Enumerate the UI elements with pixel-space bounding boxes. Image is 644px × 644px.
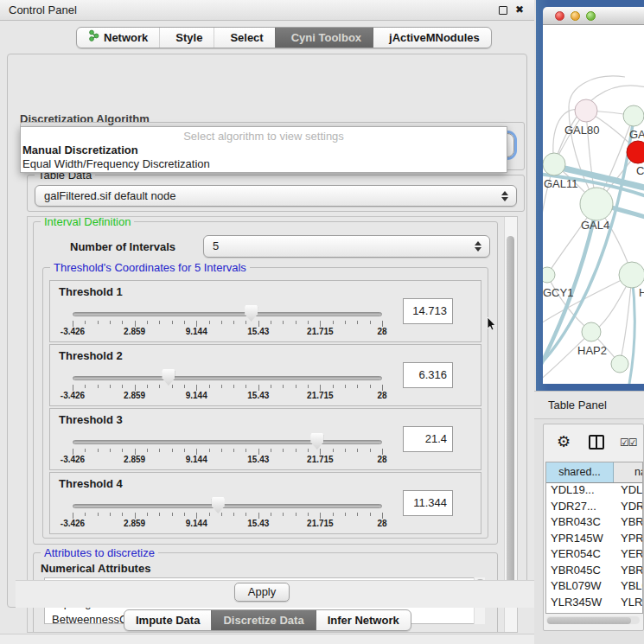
scrollbar-thumb[interactable] [507,236,514,608]
tab[interactable]: Cyni Toolbox [275,28,373,48]
slider-handle[interactable] [162,369,175,386]
tab[interactable]: Impute Data [124,610,211,630]
gear-icon[interactable]: ⚙ [557,432,571,451]
minimize-traffic-light-icon[interactable] [571,11,580,21]
threshold-row: Threshold 1 -3.4262.8599.14415.4321.7152… [49,280,481,342]
control-panel-tabs: Network Style Select Cyni Toolbox jActiv… [76,27,492,48]
table-rows: YDL19... YDL1 YDR27... YDR2 YBR043C YBR0… [546,483,642,614]
close-traffic-light-icon[interactable] [555,11,564,21]
node-label-hap2: HAP2 [577,344,607,357]
network-canvas[interactable]: GAL80 GA C GAL11 GAL4 GCY1 H HAP2 [543,25,644,384]
threshold-row: Threshold 4 -3.4262.8599.14415.4321.7152… [49,472,481,534]
slider-ticks [73,385,382,391]
control-panel: Control Panel ✖ Network Style Select Cyn… [0,0,534,644]
thresholds-list: Threshold 1 -3.4262.8599.14415.4321.7152… [49,280,481,536]
network-window-titlebar [543,7,644,25]
node-label-gal80: GAL80 [564,124,599,137]
control-panel-titlebar: Control Panel ✖ [0,0,534,21]
slider-track[interactable] [73,504,382,508]
dropdown-option-manual[interactable]: Manual Discretization [21,143,507,157]
combo-arrows-icon [475,241,481,252]
numerical-attributes-label: Numerical Attributes [41,562,150,575]
dropdown-hint: Select algorithm to view settings [21,127,507,143]
tab[interactable]: Infer Network [316,610,411,630]
node-label-gal4: GAL4 [581,219,609,232]
thresholds-group-title: Threshold's Coordinates for 5 Intervals [50,261,250,274]
vertical-scrollbar[interactable] [504,217,517,632]
zoom-traffic-light-icon[interactable] [586,11,596,21]
interval-definition-group: Interval Definition Number of Intervals … [33,221,498,545]
table-row[interactable]: YPR145W YPR1 [546,532,642,548]
num-intervals-combobox[interactable]: 5 [203,235,490,258]
slider-ticks [73,513,382,519]
slider-handle[interactable] [245,305,258,322]
slider-track[interactable] [73,312,382,316]
table-row[interactable]: YDL19... YDL1 [546,483,642,500]
tab[interactable]: Network [77,28,159,48]
threshold-value-field[interactable]: 21.4 [403,426,453,452]
panel-title: Control Panel [9,3,77,16]
slider-ticks [73,449,382,455]
slider-tick-labels: -3.4262.8599.14415.4321.71528 [73,391,382,402]
threshold-value-field[interactable]: 6.316 [403,362,453,388]
node-label-gcy1: GCY1 [543,286,573,299]
threshold-row: Threshold 2 -3.4262.8599.14415.4321.7152… [49,344,481,406]
apply-button[interactable]: Apply [234,583,290,602]
attributes-group-title: Attributes to discretize [41,546,158,559]
scrollbar-thumb[interactable] [547,617,631,624]
algorithm-dropdown-popup: Select algorithm to view settings Manual… [20,126,507,173]
table-row[interactable]: YER054C YER0 [546,547,642,564]
table-row[interactable]: YIL052C YIL0 [546,611,642,614]
table-data-combobox[interactable]: galFiltered.sif default node [35,185,517,207]
interval-definition-title: Interval Definition [41,216,134,228]
column-header-shared-name[interactable]: shared... [546,462,614,482]
float-window-icon[interactable] [499,6,507,15]
tab[interactable]: Style [159,28,214,48]
node-label-partial-right: H [639,286,644,299]
slider-ticks [73,321,382,327]
horizontal-scrollbar[interactable] [546,616,640,624]
close-icon[interactable]: ✖ [515,3,524,16]
table-row[interactable]: YDR27... YDR2 [546,500,642,516]
tab[interactable]: Select [214,28,274,48]
table-toolbar: ⚙ ☑☑ [544,424,643,461]
cyni-toolbox-panel: Discretization Algorithm Select algorith… [7,54,527,608]
slider-tick-labels: -3.4262.8599.14415.4321.71528 [73,519,382,530]
split-columns-icon[interactable] [589,435,604,450]
column-header-name[interactable]: na [614,462,642,482]
node-label-gal11: GAL11 [544,177,578,190]
slider-tick-labels: -3.4262.8599.14415.4321.71528 [73,455,382,466]
table-row[interactable]: YBR043C YBR0 [546,515,642,532]
table-row[interactable]: YLR345W YLR3 [546,596,642,612]
tab[interactable]: jActiveMNodules [373,28,491,48]
table-row[interactable]: YBR045C YBR0 [546,564,642,580]
node-label-partial-red: C [636,164,644,177]
network-graph: GAL80 GA C GAL11 GAL4 GCY1 H HAP2 [543,25,644,384]
mouse-cursor [487,317,497,331]
checkboxes-icon[interactable]: ☑☑ [620,437,637,449]
thresholds-group: Threshold's Coordinates for 5 Intervals … [42,267,488,539]
slider-track[interactable] [73,440,382,444]
table-panel-title: Table Panel [548,399,607,411]
threshold-value-field[interactable]: 14.713 [403,298,453,324]
network-view-window[interactable]: GAL80 GA C GAL11 GAL4 GCY1 H HAP2 [536,0,644,391]
slider-track[interactable] [73,376,382,380]
threshold-row: Threshold 3 -3.4262.8599.14415.4321.7152… [49,408,481,470]
table-data-group: Table Data galFiltered.sif default node [27,175,525,212]
table-header-row: shared... na [546,462,642,483]
table-row[interactable]: YBL079W YBL0 [546,579,642,596]
slider-handle[interactable] [310,433,323,450]
dropdown-option-equal-width[interactable]: Equal Width/Frequency Discretization [21,157,507,170]
cyni-mode-tabs: Impute Data Discretize Data Infer Networ… [124,609,411,631]
slider-handle[interactable] [212,497,225,513]
apply-row: Apply [16,580,534,608]
slider-tick-labels: -3.4262.8599.14415.4321.71528 [73,327,382,338]
settings-scrollpane: Interval Definition Number of Intervals … [27,216,518,633]
node-table[interactable]: shared... na YDL19... YDL1 YDR27... YDR2… [545,462,643,614]
table-panel: ⚙ ☑☑ shared... na YDL19... YDL1 YDR27...… [543,424,644,631]
threshold-value-field[interactable]: 11.344 [403,490,453,516]
status-strip [0,634,534,644]
combo-arrows-icon [501,191,508,201]
tab[interactable]: Discretize Data [211,610,315,630]
num-intervals-label: Number of Intervals [70,240,175,253]
